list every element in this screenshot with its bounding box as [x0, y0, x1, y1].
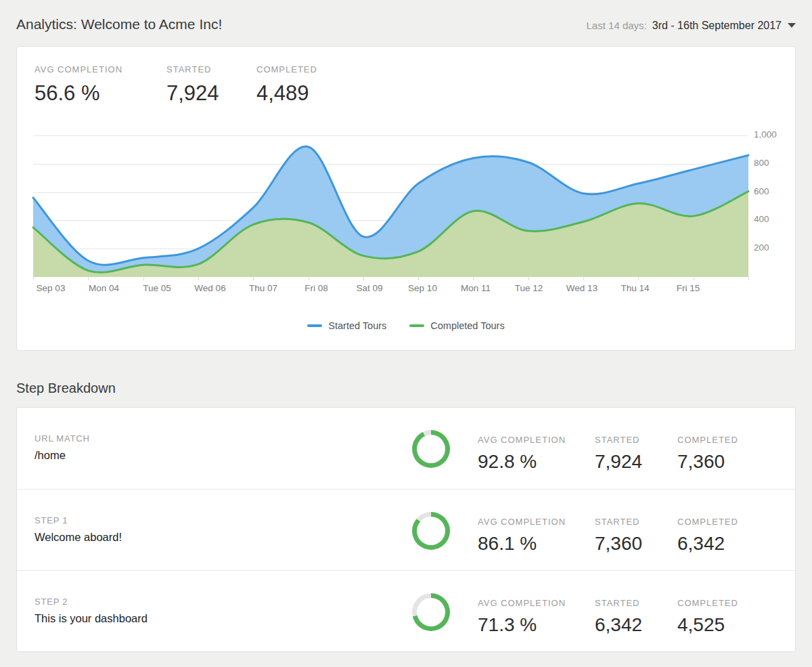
- step-row-1[interactable]: STEP 1Welcome aboard!AVG COMPLETION86.1 …: [17, 489, 795, 570]
- stat-label: AVG COMPLETION: [478, 598, 566, 608]
- stat-label: COMPLETED: [677, 517, 738, 527]
- stat-label: STARTED: [166, 64, 219, 74]
- x-axis-label: Fri 15: [677, 283, 700, 293]
- x-axis-tick: [748, 277, 749, 280]
- step-stat-avg-completion: AVG COMPLETION86.1 %: [478, 517, 566, 555]
- chevron-down-icon: [788, 23, 796, 28]
- step-kicker: STEP 2: [35, 597, 148, 607]
- x-axis-tick: [473, 277, 474, 280]
- x-axis-tick: [418, 277, 419, 280]
- step-stat-completed: COMPLETED7,360: [677, 435, 738, 473]
- step-info: STEP 2This is your dashboard: [35, 597, 148, 625]
- stat-value: 7,360: [595, 533, 642, 555]
- stat-label: STARTED: [595, 435, 642, 445]
- completion-donut: [412, 593, 450, 631]
- x-axis-label: Thu 07: [249, 283, 277, 293]
- legend-item-completed-tours[interactable]: Completed Tours: [409, 320, 504, 331]
- step-stat-started: STARTED7,360: [595, 517, 642, 555]
- chart-plot: [33, 133, 748, 277]
- step-kicker: URL MATCH: [35, 433, 90, 444]
- stat-value: 4,525: [677, 614, 738, 636]
- stat-value: 92.8 %: [478, 451, 566, 473]
- stat-value: 56.6 %: [35, 81, 122, 106]
- x-axis-label: Tue 12: [515, 283, 543, 293]
- stat-value: 71.3 %: [478, 614, 566, 636]
- x-axis-label: Thu 14: [621, 283, 649, 293]
- x-axis-tick: [309, 277, 309, 280]
- step-stat-completed: COMPLETED4,525: [677, 598, 738, 636]
- stat-value: 6,342: [595, 614, 642, 636]
- y-axis-label: 200: [754, 242, 769, 253]
- stat-label: COMPLETED: [677, 435, 738, 445]
- y-axis-label: 1,000: [754, 129, 777, 139]
- x-axis-label: Sat 09: [356, 283, 382, 293]
- stat-value: 7,924: [166, 81, 219, 106]
- summary-stat-completed: COMPLETED4,489: [256, 64, 317, 106]
- stat-value: 7,360: [677, 451, 738, 473]
- x-axis-tick: [198, 277, 199, 280]
- x-axis-label: Tue 05: [143, 283, 171, 293]
- x-axis-tick: [33, 277, 34, 280]
- x-axis-label: Wed 06: [194, 283, 225, 293]
- stat-value: 7,924: [595, 451, 642, 473]
- step-row-2[interactable]: STEP 2This is your dashboardAVG COMPLETI…: [17, 570, 795, 651]
- step-breakdown-card: URL MATCH/homeAVG COMPLETION92.8 %STARTE…: [16, 407, 796, 652]
- x-axis-tick: [528, 277, 529, 280]
- step-title: /home: [35, 449, 90, 462]
- stat-label: STARTED: [595, 598, 642, 608]
- step-stat-completed: COMPLETED6,342: [677, 517, 738, 555]
- step-stat-avg-completion: AVG COMPLETION71.3 %: [478, 598, 566, 636]
- stat-value: 86.1 %: [478, 533, 566, 555]
- x-axis-tick: [583, 277, 584, 280]
- summary-stat-avg-completion: AVG COMPLETION56.6 %: [35, 64, 122, 106]
- stat-label: AVG COMPLETION: [35, 64, 122, 74]
- stat-label: COMPLETED: [677, 598, 738, 608]
- legend-swatch-icon: [307, 324, 322, 327]
- chart-legend: Started ToursCompleted Tours: [17, 320, 795, 331]
- analytics-page: Analytics: Welcome to Acme Inc! Last 14 …: [0, 0, 812, 667]
- x-axis-label: Mon 11: [461, 283, 491, 293]
- stat-label: AVG COMPLETION: [478, 517, 566, 527]
- legend-label: Completed Tours: [430, 320, 504, 331]
- date-range-picker[interactable]: Last 14 days: 3rd - 16th September 2017: [587, 20, 796, 32]
- completion-donut: [412, 512, 450, 550]
- tour-analytics-card: AVG COMPLETION56.6 %STARTED7,924COMPLETE…: [16, 46, 796, 351]
- x-axis-tick: [88, 277, 89, 280]
- period-value: 3rd - 16th September 2017: [652, 20, 782, 32]
- step-stat-started: STARTED7,924: [595, 435, 642, 473]
- legend-swatch-icon: [409, 324, 424, 327]
- section-title-step-breakdown: Step Breakdown: [16, 381, 796, 396]
- summary-stat-started: STARTED7,924: [166, 64, 219, 106]
- x-axis-label: Mon 04: [89, 283, 119, 293]
- page-title: Analytics: Welcome to Acme Inc!: [16, 16, 222, 33]
- x-axis-label: Sep 03: [37, 283, 66, 293]
- y-axis-label: 800: [754, 158, 769, 168]
- period-label: Last 14 days:: [587, 20, 647, 31]
- legend-item-started-tours[interactable]: Started Tours: [307, 320, 386, 331]
- stat-value: 6,342: [677, 533, 738, 555]
- x-axis-tick: [363, 277, 364, 280]
- step-title: Welcome aboard!: [35, 531, 122, 544]
- legend-label: Started Tours: [328, 320, 386, 331]
- stat-label: COMPLETED: [256, 64, 317, 74]
- stat-label: STARTED: [595, 517, 642, 527]
- step-info: URL MATCH/home: [35, 433, 90, 462]
- x-axis-tick: [253, 277, 254, 280]
- stat-value: 4,489: [256, 81, 317, 106]
- steps-rows: URL MATCH/homeAVG COMPLETION92.8 %STARTE…: [17, 408, 795, 651]
- step-title: This is your dashboard: [35, 612, 148, 625]
- step-kicker: STEP 1: [35, 515, 122, 525]
- x-axis-tick: [694, 277, 694, 280]
- step-row-0[interactable]: URL MATCH/homeAVG COMPLETION92.8 %STARTE…: [17, 408, 795, 489]
- step-stat-started: STARTED6,342: [595, 598, 642, 636]
- x-axis-label: Sep 10: [408, 283, 437, 293]
- x-axis-label: Fri 08: [304, 283, 328, 293]
- completion-donut: [412, 430, 450, 468]
- y-axis-label: 600: [754, 186, 769, 196]
- x-axis-tick: [638, 277, 639, 280]
- step-info: STEP 1Welcome aboard!: [35, 515, 122, 544]
- x-axis-label: Wed 13: [566, 283, 597, 293]
- stat-label: AVG COMPLETION: [478, 435, 566, 445]
- area-chart: 2004006008001,000Sep 03Mon 04Tue 05Wed 0…: [33, 133, 748, 277]
- step-stat-avg-completion: AVG COMPLETION92.8 %: [478, 435, 566, 473]
